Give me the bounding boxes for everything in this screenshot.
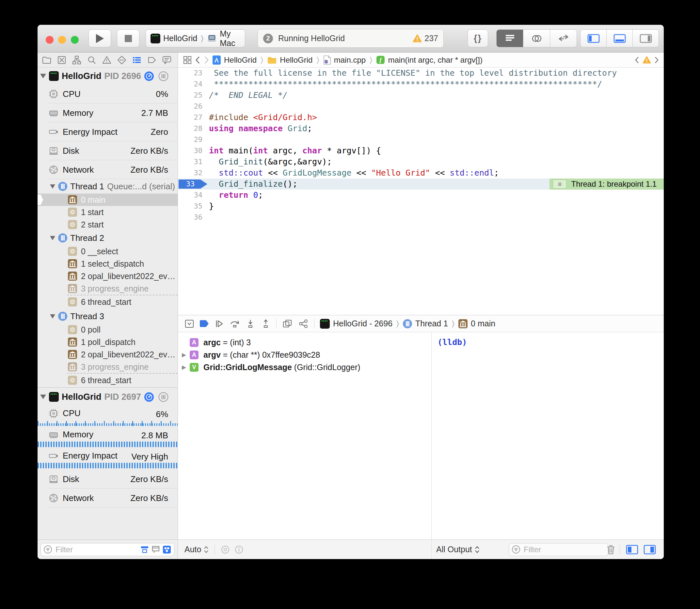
stack-frame-row[interactable]: 1 poll_dispatch — [37, 336, 177, 348]
version-editor-button[interactable] — [550, 30, 577, 47]
previous-issue-button[interactable] — [634, 56, 639, 64]
console-scope-popup[interactable]: All Output — [436, 545, 480, 554]
standard-editor-button[interactable] — [497, 30, 523, 47]
toggle-debug-area-button[interactable] — [607, 30, 633, 47]
symbol-navigator-tab[interactable] — [71, 55, 82, 65]
disclosure-triangle-icon[interactable]: ▶ — [182, 351, 186, 358]
line-number-gutter[interactable]: 32 — [178, 168, 202, 178]
test-navigator-tab[interactable] — [117, 55, 127, 65]
memory-graph-button[interactable] — [298, 319, 309, 329]
stack-frame-row[interactable]: 2 opal_libevent2022_ev… — [37, 348, 177, 361]
line-number-gutter[interactable]: 27 — [178, 112, 202, 123]
line-number-gutter[interactable]: 28 — [178, 123, 202, 134]
console-view[interactable]: (lldb) — [432, 332, 664, 539]
clear-console-button[interactable] — [606, 544, 615, 555]
breakpoints-toggle-button[interactable] — [200, 320, 209, 327]
show-values-icon[interactable] — [221, 545, 230, 554]
toggle-variables-pane-button[interactable] — [626, 545, 638, 555]
toggle-navigator-button[interactable] — [581, 30, 607, 47]
toggle-inspector-button[interactable] — [633, 30, 659, 47]
related-items-icon[interactable] — [183, 56, 192, 64]
jump-group[interactable]: HelloGrid — [280, 55, 312, 65]
next-issue-button[interactable] — [654, 56, 659, 64]
assistant-editor-button[interactable] — [523, 30, 550, 47]
variable-row[interactable]: ▶VGrid::GridLogMessage (Grid::GridLogger… — [178, 361, 431, 373]
activity-view[interactable]: 2 Running HelloGrid 237 — [258, 29, 444, 48]
resource-row[interactable]: Memory2.7 MB — [37, 103, 177, 122]
stack-frame-row[interactable]: ⚙0 __select — [37, 245, 177, 258]
stack-frame-row[interactable]: ⚙6 thread_start — [37, 373, 177, 387]
resource-row[interactable]: Memory2.8 MB — [37, 427, 177, 449]
report-navigator-tab[interactable] — [161, 55, 172, 65]
step-into-button[interactable] — [245, 319, 255, 329]
source-control-navigator-tab[interactable] — [56, 55, 67, 65]
view-hierarchy-button[interactable] — [282, 319, 292, 329]
line-number-gutter[interactable]: 30 — [178, 145, 202, 156]
issue-navigator-tab[interactable] — [102, 55, 112, 65]
scheme-selector[interactable]: HelloGrid 〉 My Mac — [146, 29, 245, 47]
run-button[interactable] — [88, 29, 111, 47]
jump-file[interactable]: main.cpp — [334, 55, 366, 65]
resource-row[interactable]: Energy ImpactVery High — [37, 449, 177, 470]
disclosure-triangle-icon[interactable] — [50, 314, 55, 318]
disclosure-triangle-icon[interactable]: ▶ — [182, 364, 186, 371]
menu-chip-icon[interactable]: ≡ — [553, 179, 566, 189]
console-filter-input[interactable]: Filter — [509, 543, 608, 556]
scope-stack-icon[interactable] — [162, 545, 171, 554]
forward-button[interactable] — [203, 55, 209, 65]
jump-symbol[interactable]: main(int argc, char * argv[]) — [388, 55, 482, 65]
stack-frame-row[interactable]: ⚙1 start — [37, 206, 177, 218]
thread-row[interactable]: Thread 3 — [37, 309, 177, 324]
resource-row[interactable]: CPU0% — [37, 85, 177, 103]
project-navigator-tab[interactable] — [41, 55, 52, 65]
stack-frame-row[interactable]: ⚙6 thread_start — [37, 295, 177, 309]
toggle-console-pane-button[interactable] — [644, 545, 656, 555]
code-braces-button[interactable]: {} — [467, 29, 488, 47]
breadcrumb-label[interactable]: 0 main — [471, 319, 495, 328]
stack-frame-row[interactable]: 0 main — [37, 193, 177, 206]
find-navigator-tab[interactable] — [86, 55, 97, 65]
issue-warning-icon[interactable] — [643, 56, 651, 64]
resource-row[interactable]: NetworkZero KB/s — [37, 160, 177, 179]
stack-frame-row[interactable]: ⚙2 start — [37, 218, 177, 231]
resource-row[interactable]: CPU6% — [37, 406, 177, 427]
navigator-filter-input[interactable]: Filter — [40, 543, 174, 556]
thread-row[interactable]: Thread 2 — [37, 231, 177, 245]
columns-button[interactable] — [158, 71, 169, 81]
resource-row[interactable]: Energy ImpactZero — [37, 122, 177, 141]
disclosure-triangle-icon[interactable] — [40, 395, 46, 399]
thread-row[interactable]: Thread 1Queue:...d (serial) — [37, 179, 177, 193]
stack-frame-row[interactable]: 1 select_dispatch — [37, 258, 177, 270]
columns-button[interactable] — [158, 392, 169, 402]
zoom-window-button[interactable] — [71, 36, 79, 44]
breakpoint-annotation[interactable]: ≡Thread 1: breakpoint 1.1 — [549, 178, 664, 190]
disclosure-triangle-icon[interactable] — [40, 74, 46, 78]
breakpoint-navigator-tab[interactable] — [147, 55, 157, 65]
jump-project[interactable]: HelloGrid — [224, 55, 257, 65]
resource-row[interactable]: DiskZero KB/s — [37, 141, 177, 160]
variable-row[interactable]: ▶Aargv = (char **) 0x7ffee9039c28 — [178, 349, 431, 361]
step-over-button[interactable] — [229, 319, 240, 329]
line-number-gutter[interactable]: 34 — [178, 190, 202, 201]
process-row[interactable]: HelloGridPID 2697 — [37, 387, 177, 406]
line-number-gutter[interactable]: 26 — [178, 101, 202, 112]
debug-navigator-tab[interactable] — [132, 55, 142, 65]
minimize-window-button[interactable] — [58, 36, 66, 44]
variable-row[interactable]: Aargc = (int) 3 — [178, 336, 431, 349]
line-number-gutter[interactable]: 24 — [178, 79, 202, 90]
process-row[interactable]: HelloGridPID 2696 — [37, 68, 177, 85]
stack-frame-row[interactable]: ⚙0 poll — [37, 324, 177, 336]
line-number-gutter[interactable]: 35 — [178, 201, 202, 212]
disclosure-triangle-icon[interactable] — [50, 185, 55, 189]
source-editor[interactable]: 23 See the full license in the file "LIC… — [178, 68, 664, 315]
stack-frame-row[interactable]: 2 opal_libevent2022_ev… — [37, 270, 177, 282]
gauge-button[interactable] — [144, 71, 154, 81]
resource-row[interactable]: DiskZero KB/s — [37, 470, 177, 489]
back-button[interactable] — [194, 55, 201, 65]
scope-running-icon[interactable] — [140, 545, 149, 554]
disclosure-triangle-icon[interactable] — [50, 236, 55, 240]
line-number-gutter[interactable]: 23 — [178, 68, 202, 79]
resource-row[interactable]: NetworkZero KB/s — [37, 489, 177, 507]
scope-flagged-icon[interactable] — [151, 545, 160, 554]
info-icon[interactable] — [235, 545, 243, 554]
